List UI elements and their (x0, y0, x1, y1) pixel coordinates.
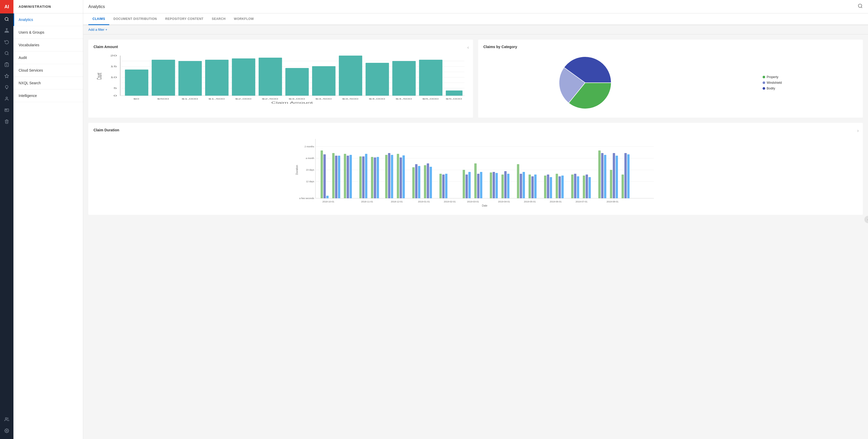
svg-text:20: 20 (110, 54, 117, 57)
nav-item-cloud-services[interactable]: Cloud Services (13, 64, 83, 77)
svg-point-25 (6, 430, 7, 432)
svg-rect-119 (480, 172, 482, 198)
svg-rect-151 (624, 153, 627, 198)
svg-rect-142 (586, 175, 588, 198)
svg-text:2019-05-01: 2019-05-01 (524, 200, 536, 203)
svg-rect-129 (529, 175, 531, 198)
svg-rect-118 (477, 174, 479, 198)
nav-item-intelligence[interactable]: Intelligence (13, 89, 83, 102)
legend-item-property: Property (763, 75, 782, 79)
svg-text:5: 5 (114, 87, 117, 89)
page-title: Analytics (88, 4, 105, 9)
header-search-button[interactable] (858, 3, 863, 10)
svg-rect-3 (5, 32, 6, 33)
nav-icon-orgchart[interactable] (0, 25, 13, 36)
nav-icon-search2[interactable] (0, 48, 13, 59)
nav-icon-person[interactable] (0, 93, 13, 105)
svg-text:2019-08-01: 2019-08-01 (607, 200, 618, 203)
svg-text:Date: Date (482, 204, 488, 207)
svg-rect-147 (610, 170, 612, 198)
nav-icon-search[interactable] (0, 13, 13, 25)
app-logo: AI (0, 0, 13, 13)
tab-search[interactable]: SEARCH (208, 13, 230, 25)
top-bar: Analytics (83, 0, 868, 13)
nav-icon-trash[interactable] (0, 116, 13, 127)
add-filter-button[interactable]: Add a filter + (88, 28, 863, 32)
svg-text:$5,000: $5,000 (445, 98, 462, 100)
svg-rect-141 (583, 176, 585, 198)
tab-workflow[interactable]: WORKFLOW (230, 13, 258, 25)
nav-icon-group[interactable] (0, 414, 13, 425)
pie-legend: Property Windshield Bodily (763, 75, 782, 90)
svg-rect-53 (419, 60, 442, 96)
svg-rect-113 (445, 174, 447, 198)
svg-rect-135 (556, 174, 558, 198)
svg-rect-117 (474, 164, 476, 198)
svg-rect-123 (501, 175, 504, 198)
svg-rect-112 (442, 175, 444, 198)
svg-text:$2,500: $2,500 (262, 98, 278, 100)
svg-point-0 (5, 17, 8, 21)
svg-text:a few seconds: a few seconds (299, 197, 314, 200)
svg-rect-137 (561, 176, 564, 198)
claim-duration-title: Claim Duration (94, 128, 858, 132)
svg-rect-108 (424, 165, 426, 198)
svg-rect-121 (493, 172, 495, 198)
svg-rect-48 (285, 68, 309, 96)
svg-text:23 days: 23 days (306, 169, 314, 171)
legend-label-bodily: Bodily (767, 87, 775, 90)
svg-rect-86 (326, 196, 329, 198)
nav-icon-intelligence[interactable] (0, 82, 13, 93)
svg-rect-4 (6, 32, 7, 33)
legend-label-windshield: Windshield (767, 81, 782, 85)
legend-dot-property (763, 76, 765, 78)
svg-line-12 (7, 54, 8, 55)
legend-label-property: Property (767, 75, 778, 79)
svg-rect-90 (344, 154, 346, 198)
svg-rect-98 (377, 157, 379, 198)
nav-item-analytics[interactable]: Analytics (13, 13, 83, 26)
svg-rect-42 (125, 69, 149, 96)
svg-text:12 days: 12 days (306, 180, 314, 183)
svg-text:10: 10 (110, 76, 117, 79)
nav-icon-gear[interactable] (0, 425, 13, 436)
svg-rect-46 (232, 58, 255, 96)
svg-rect-127 (520, 174, 522, 198)
nav-item-vocabularies[interactable]: Vocabularies (13, 39, 83, 52)
svg-text:$2,000: $2,000 (235, 98, 252, 100)
legend-item-windshield: Windshield (763, 81, 782, 85)
claim-duration-svg: 2 months a month 23 days 12 days a few s… (94, 136, 858, 209)
tab-claims[interactable]: CLAIMS (88, 13, 109, 25)
svg-rect-97 (374, 157, 376, 198)
svg-point-11 (5, 52, 8, 55)
svg-text:Count: Count (95, 72, 103, 80)
svg-rect-104 (402, 155, 405, 198)
nav-icon-star[interactable] (0, 70, 13, 82)
nav-item-nxql-search[interactable]: NXQL Search (13, 77, 83, 89)
tab-repository-content[interactable]: REPOSITORY CONTENT (161, 13, 208, 25)
svg-point-18 (6, 97, 7, 98)
nav-icon-clipboard[interactable] (0, 59, 13, 70)
nav-icon-history[interactable] (0, 36, 13, 48)
svg-rect-111 (439, 174, 442, 198)
svg-rect-143 (588, 177, 591, 198)
svg-rect-130 (531, 176, 534, 198)
svg-rect-99 (385, 155, 388, 198)
nav-item-users-groups[interactable]: Users & Groups (13, 26, 83, 39)
svg-rect-114 (463, 170, 465, 198)
svg-rect-84 (320, 150, 323, 198)
legend-dot-bodily (763, 87, 765, 90)
svg-rect-148 (613, 153, 615, 198)
claim-amount-nav-button[interactable]: ‹ (467, 45, 469, 50)
legend-dot-windshield (763, 82, 765, 84)
tab-document-distribution[interactable]: DOCUMENT DISTRIBUTION (109, 13, 161, 25)
claim-duration-nav-button[interactable]: › (857, 128, 859, 134)
svg-text:$4,500: $4,500 (396, 98, 412, 100)
svg-text:$4,000: $4,000 (369, 98, 385, 100)
charts-area: Claim Amount ‹ 20 15 10 (83, 34, 868, 439)
main-content: Analytics CLAIMS DOCUMENT DISTRIBUTION R… (83, 0, 868, 439)
svg-rect-93 (359, 156, 362, 198)
nav-item-audit[interactable]: Audit (13, 52, 83, 64)
pie-chart-svg (559, 57, 611, 109)
nav-icon-id[interactable] (0, 105, 13, 116)
